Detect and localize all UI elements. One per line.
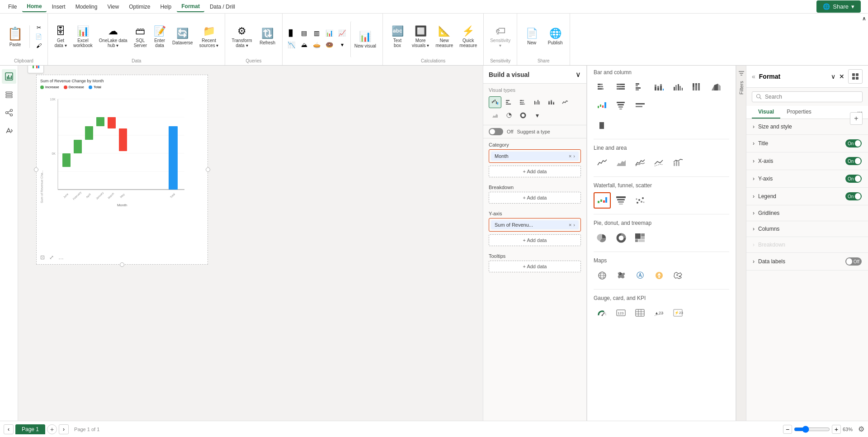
resize-handle-right[interactable] [206, 167, 210, 172]
category-field-box[interactable]: Month × › [489, 149, 581, 163]
format-icon-btn[interactable] [848, 69, 863, 84]
chart-type-clustered-bar[interactable]: ▤ [299, 28, 310, 38]
chart-combo[interactable] [670, 155, 687, 171]
format-search-input[interactable] [765, 94, 859, 100]
build-visual-collapse[interactable]: ∨ [576, 70, 581, 79]
chart-scatter[interactable] [632, 192, 649, 209]
zoom-in-button[interactable]: + [832, 425, 841, 434]
breakdown-add-data-button[interactable]: + Add data [489, 192, 581, 204]
focus-mode-icon[interactable]: ⤢ [49, 254, 54, 261]
chart-clustered-col[interactable] [670, 79, 687, 95]
format-tab-visual[interactable]: Visual [752, 106, 780, 119]
new-visual-button[interactable]: 📊 New visual [350, 21, 379, 57]
vt-stacked-bar[interactable] [517, 96, 529, 108]
dataverse-button[interactable]: 🔄 Dataverse [170, 26, 196, 47]
menu-data-drill[interactable]: Data / Drill [205, 2, 240, 12]
settings-icon[interactable]: ⚙ [858, 425, 864, 433]
breakdown-row[interactable]: › Breakdown [746, 237, 868, 252]
chart-funnel[interactable] [613, 192, 630, 209]
chart-line-stacked[interactable] [632, 155, 649, 171]
format-painter-button[interactable]: 🖌 [33, 42, 44, 50]
new-button[interactable]: 📄 New [521, 26, 542, 47]
category-remove-icon[interactable]: × [569, 153, 571, 159]
onelake-button[interactable]: ☁ OneLake datahub ▾ [96, 24, 130, 50]
chart-globe-map[interactable] [594, 267, 611, 284]
chart-type-clustered-col[interactable]: 📈 [337, 28, 348, 38]
filter-visual-icon[interactable]: ⊡ [40, 254, 45, 261]
vt-stacked-col[interactable] [545, 96, 557, 108]
legend-toggle[interactable]: On [845, 192, 862, 200]
add-page-button[interactable]: + [47, 424, 57, 434]
share-button[interactable]: 🌐 Share ▾ [816, 0, 861, 13]
y-axis-arrow-icon[interactable]: › [573, 222, 575, 228]
resize-handle-left[interactable] [34, 167, 38, 172]
title-row[interactable]: › Title On [746, 135, 868, 152]
suggest-toggle-pill[interactable] [489, 128, 503, 135]
enter-data-button[interactable]: 📝 Enterdata [151, 24, 169, 50]
page-tab-1[interactable]: Page 1 [15, 424, 45, 434]
sidebar-icon-data[interactable] [2, 87, 16, 102]
zoom-out-button[interactable]: − [783, 425, 792, 434]
filters-icon[interactable] [737, 69, 745, 77]
chart-pie-full[interactable] [594, 230, 611, 246]
format-close-icon[interactable]: ✕ [839, 73, 844, 80]
vt-more[interactable]: ▾ [531, 109, 543, 121]
gridlines-row[interactable]: › Gridlines [746, 205, 868, 221]
chart-extra[interactable] [632, 97, 649, 114]
transform-data-button[interactable]: ⚙ Transformdata ▾ [229, 24, 255, 50]
chart-kpi-arrow[interactable]: ▲23 [651, 305, 668, 321]
chart-stacked-col[interactable] [651, 79, 668, 95]
vt-line[interactable] [559, 96, 571, 108]
title-toggle[interactable]: On [845, 139, 862, 147]
chart-stacked-bar[interactable] [594, 79, 611, 95]
vt-area[interactable] [489, 109, 501, 121]
chart-single-col[interactable] [594, 117, 611, 133]
chart-waterfall-small[interactable] [594, 97, 611, 114]
data-labels-toggle[interactable]: Off [845, 257, 862, 266]
recent-sources-button[interactable]: 📁 Recentsources ▾ [197, 24, 222, 50]
publish-button[interactable]: 🌐 Publish [544, 26, 566, 47]
vt-clustered-bar[interactable] [503, 96, 515, 108]
chart-ribbon[interactable] [708, 79, 725, 95]
x-axis-toggle[interactable]: On [845, 157, 862, 165]
vt-donut[interactable] [517, 109, 529, 121]
filters-label[interactable]: Filters [739, 81, 744, 95]
chart-type-line[interactable]: 📉 [286, 40, 297, 50]
y-axis-remove-icon[interactable]: × [569, 222, 571, 228]
chart-type-donut[interactable]: 🍩 [324, 40, 335, 50]
chart-clustered-bar[interactable] [632, 79, 649, 95]
page-prev-button[interactable]: ‹ [4, 424, 14, 434]
chart-kpi-num[interactable]: ⚡23 [670, 305, 687, 321]
y-axis-field-box[interactable]: Sum of Revenu... × › [489, 218, 581, 232]
tooltips-add-data-button[interactable]: + Add data [489, 261, 581, 272]
format-collapse-icon[interactable]: ∨ [831, 73, 835, 80]
chart-type-more[interactable]: ▾ [337, 40, 348, 50]
chart-type-stacked-col[interactable]: 📊 [324, 28, 335, 38]
chart-waterfall[interactable] [594, 192, 611, 209]
y-axis-toggle[interactable]: On [845, 175, 862, 183]
legend-row[interactable]: › Legend On [746, 188, 868, 205]
data-labels-row[interactable]: › Data labels Off [746, 253, 868, 270]
excel-workbook-button[interactable]: 📊 Excelworkbook [71, 24, 95, 50]
sidebar-icon-report[interactable] [2, 69, 16, 84]
chart-shape-map[interactable] [670, 267, 687, 284]
chart-table-card[interactable] [632, 305, 649, 321]
collapse-format-button[interactable]: « [752, 73, 755, 80]
menu-file[interactable]: File [4, 2, 21, 12]
chart-type-area[interactable]: ⛰ [299, 40, 310, 50]
columns-row[interactable]: › Columns [746, 221, 868, 237]
visual-type-indicator[interactable] [28, 66, 44, 73]
vt-pie[interactable] [503, 109, 515, 121]
quick-measure-button[interactable]: ⚡ Quickmeasure [457, 24, 480, 50]
chart-type-stacked-bar[interactable]: ▊ [286, 28, 297, 38]
y-axis-row[interactable]: › Y-axis On [746, 170, 868, 187]
copy-button[interactable]: 📄 [33, 33, 44, 41]
y-axis-add-data-button[interactable]: + Add data [489, 234, 581, 246]
chart-azure-map[interactable]: Ⓐ [632, 267, 649, 284]
chart-container[interactable]: Sum of Revenue Change by Month Increase … [36, 75, 208, 265]
sql-server-button[interactable]: 🗃 SQLServer [131, 24, 150, 50]
zoom-slider[interactable] [794, 426, 830, 433]
more-options-icon[interactable]: … [58, 254, 64, 261]
page-next-button[interactable]: › [59, 424, 69, 434]
menu-help[interactable]: Help [156, 2, 176, 12]
